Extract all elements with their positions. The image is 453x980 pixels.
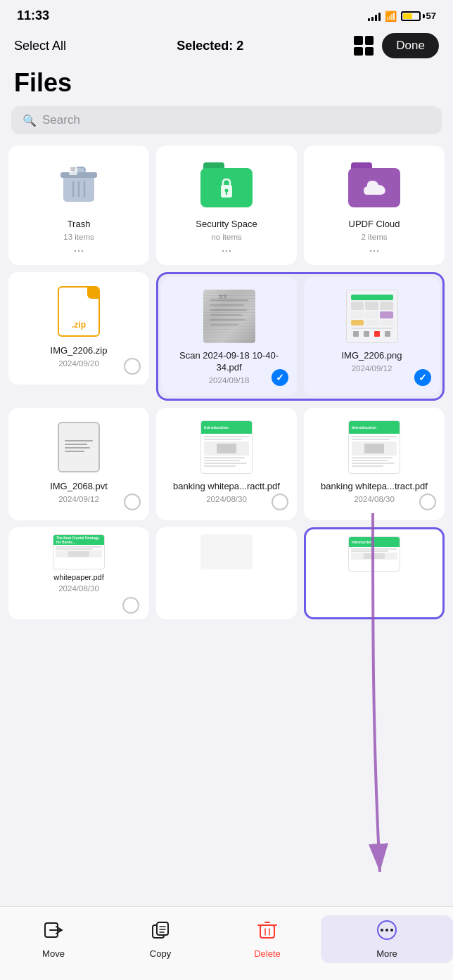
file-pvt-date: 2024/09/12 bbox=[58, 495, 99, 503]
copy-icon bbox=[150, 920, 171, 946]
folder-security[interactable]: Security Space no items ··· bbox=[156, 146, 297, 265]
delete-icon bbox=[257, 920, 278, 946]
svg-point-34 bbox=[381, 929, 383, 931]
folder-trash-more[interactable]: ··· bbox=[73, 244, 84, 257]
folder-grid: Trash 13 items ··· bbox=[0, 146, 453, 265]
file-banking1-date: 2024/08/30 bbox=[206, 495, 247, 503]
search-bar[interactable]: 🔍 Search bbox=[11, 106, 442, 134]
file-partial-green-select[interactable] bbox=[122, 597, 139, 614]
file-banking1-name: banking whitepa...ractt.pdf bbox=[173, 481, 280, 493]
file-scan-select[interactable] bbox=[272, 369, 288, 386]
file-banking2-date: 2024/08/30 bbox=[354, 495, 395, 503]
file-zip-select[interactable] bbox=[124, 358, 141, 375]
file-partial-green-name: whitepaper.pdf bbox=[53, 572, 104, 582]
file-partial-green-date: 2024/08/30 bbox=[58, 584, 99, 593]
wifi-icon: 📶 bbox=[385, 11, 397, 22]
file-banking2-name: banking whitepa...tract.pdf bbox=[321, 481, 428, 493]
svg-point-36 bbox=[390, 929, 393, 931]
file-png-date: 2024/09/12 bbox=[352, 364, 393, 373]
status-time: 11:33 bbox=[17, 8, 49, 23]
cloud-folder-icon bbox=[348, 162, 400, 207]
folder-trash-name: Trash bbox=[68, 219, 91, 231]
signal-strength-icon bbox=[368, 11, 381, 21]
file-pvt-name: IMG_2068.pvt bbox=[50, 481, 108, 493]
file-banking2-select[interactable] bbox=[419, 494, 436, 510]
trash-folder-icon bbox=[53, 160, 104, 210]
folder-security-name: Security Space bbox=[196, 219, 257, 231]
select-all-button[interactable]: Select All bbox=[14, 39, 66, 53]
copy-label: Copy bbox=[150, 948, 171, 959]
status-bar: 11:33 📶 57 bbox=[0, 0, 453, 29]
search-placeholder: Search bbox=[42, 113, 80, 127]
file-scan-pdf[interactable]: 文字 Scan 2024-09-18 10-40-34.pdf 2024/09/… bbox=[161, 277, 297, 396]
svg-point-35 bbox=[385, 929, 388, 931]
toolbar-copy[interactable]: Copy bbox=[107, 920, 214, 959]
file-partial-green[interactable]: The Next Crystal Strategy for Banks... w… bbox=[8, 527, 149, 619]
partial-grid: The Next Crystal Strategy for Banks... w… bbox=[0, 520, 453, 619]
bottom-toolbar: Move Copy Delete bbox=[0, 906, 453, 980]
more-icon bbox=[376, 920, 397, 946]
delete-label: Delete bbox=[254, 948, 281, 959]
toolbar-delete[interactable]: Delete bbox=[214, 920, 321, 959]
svg-text:文字: 文字 bbox=[219, 294, 227, 299]
battery-icon: 57 bbox=[401, 11, 436, 21]
folder-security-more[interactable]: ··· bbox=[221, 244, 231, 257]
toolbar-move[interactable]: Move bbox=[0, 920, 107, 959]
banking1-thumb-icon: Introduction bbox=[200, 420, 253, 474]
top-right-controls: Done bbox=[354, 33, 439, 58]
partial-slot-empty bbox=[156, 527, 297, 619]
file-zip[interactable]: .zip IMG_2206.zip 2024/09/20 bbox=[8, 272, 149, 385]
zip-file-icon: .zip bbox=[58, 286, 100, 337]
grid-view-icon[interactable] bbox=[354, 36, 374, 56]
file-banking2[interactable]: Introduction banking white bbox=[304, 408, 445, 520]
file-pvt-select[interactable] bbox=[124, 494, 141, 510]
png-thumb-icon bbox=[346, 290, 398, 343]
move-icon bbox=[43, 920, 64, 946]
file-partial-blue[interactable]: Introduction bbox=[304, 527, 445, 619]
folder-trash-subtitle: 13 items bbox=[63, 233, 94, 241]
page-title: Files bbox=[0, 65, 453, 106]
pvt-file-icon bbox=[58, 422, 100, 472]
more-label: More bbox=[376, 948, 397, 959]
file-pvt[interactable]: IMG_2068.pvt 2024/09/12 bbox=[8, 408, 149, 520]
folder-cloud-more[interactable]: ··· bbox=[369, 244, 379, 257]
folder-cloud[interactable]: UPDF Cloud 2 items ··· bbox=[304, 146, 445, 265]
svg-rect-28 bbox=[260, 925, 274, 938]
svg-rect-24 bbox=[157, 922, 168, 935]
search-icon: 🔍 bbox=[23, 114, 37, 127]
status-icons: 📶 57 bbox=[368, 11, 436, 22]
file-grid-row1: .zip IMG_2206.zip 2024/09/20 bbox=[0, 265, 453, 401]
security-folder-icon bbox=[200, 162, 253, 207]
toolbar-more[interactable]: More bbox=[321, 915, 453, 963]
file-zip-name: IMG_2206.zip bbox=[51, 345, 108, 357]
selected-pair-wrapper: 文字 Scan 2024-09-18 10-40-34.pdf 2024/09/… bbox=[156, 272, 445, 401]
file-banking1-select[interactable] bbox=[272, 494, 288, 510]
folder-cloud-name: UPDF Cloud bbox=[349, 219, 400, 231]
file-png[interactable]: IMG_2206.png 2024/09/12 bbox=[304, 277, 440, 396]
banking2-thumb-icon: Introduction bbox=[348, 420, 400, 474]
file-zip-date: 2024/09/20 bbox=[58, 359, 99, 368]
move-label: Move bbox=[42, 948, 65, 959]
file-scan-date: 2024/09/18 bbox=[209, 376, 250, 385]
folder-security-subtitle: no items bbox=[211, 233, 241, 241]
file-scan-name: Scan 2024-09-18 10-40-34.pdf bbox=[168, 350, 290, 374]
selected-count: Selected: 2 bbox=[177, 39, 243, 53]
file-banking1[interactable]: Introduction banking white bbox=[156, 408, 297, 520]
done-button[interactable]: Done bbox=[382, 33, 439, 58]
svg-point-11 bbox=[225, 189, 229, 193]
file-png-select[interactable] bbox=[414, 369, 431, 386]
file-png-name: IMG_2206.png bbox=[341, 350, 402, 362]
file-grid-row2: IMG_2068.pvt 2024/09/12 Introduction bbox=[0, 401, 453, 520]
scan-thumb-icon: 文字 bbox=[203, 290, 255, 343]
folder-trash[interactable]: Trash 13 items ··· bbox=[8, 146, 149, 265]
top-bar: Select All Selected: 2 Done bbox=[0, 29, 453, 65]
folder-cloud-subtitle: 2 items bbox=[361, 233, 387, 241]
